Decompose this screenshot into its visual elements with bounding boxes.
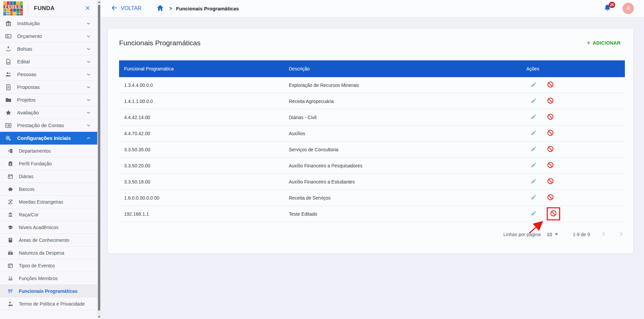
topbar: VOLTAR > Funcionais Programáticas 25 A	[101, 0, 644, 17]
back-button[interactable]: VOLTAR	[111, 4, 142, 13]
edit-button[interactable]	[530, 81, 537, 89]
sidebar-item-label: Funções Membros	[19, 276, 58, 281]
sidebar-item-label: Moedas Estrangeiras	[19, 199, 63, 205]
scrollbar-up-arrow[interactable]	[98, 1, 101, 3]
sidebar-item-moedas-estrangeiras[interactable]: Moedas Estrangeiras	[0, 196, 97, 208]
sidebar-item-label: Funcionais Programáticas	[19, 288, 77, 294]
bank-icon	[5, 20, 12, 27]
chevron-down-icon	[86, 21, 91, 26]
table-row: 1.4.1.1.00.0.0Receita Agropecuária	[119, 93, 625, 109]
sidebar-item-bancos[interactable]: Bancos	[0, 183, 97, 196]
edit-button[interactable]	[530, 113, 537, 121]
pencil-icon	[530, 145, 537, 154]
sidebar-item-orcamento[interactable]: Orçamento	[0, 30, 97, 43]
table-row: 4.4.42.14.00Diárias - Civil	[119, 109, 625, 125]
home-icon	[156, 4, 164, 13]
block-icon	[547, 81, 554, 89]
add-button-label: ADICIONAR	[593, 40, 621, 46]
edit-button[interactable]	[530, 161, 537, 170]
notifications-button[interactable]: 25	[603, 4, 612, 13]
edit-button[interactable]	[530, 177, 537, 186]
exchange-icon	[7, 199, 14, 205]
diversity-icon	[7, 212, 14, 218]
rows-per-page-label: Linhas por página	[503, 232, 541, 237]
main-area: VOLTAR > Funcionais Programáticas 25 A	[101, 0, 644, 319]
sidebar-item-edital[interactable]: Edital	[0, 55, 97, 68]
edit-button[interactable]	[530, 145, 537, 154]
cell-funcional-programatica: 3.3.50.20.00	[119, 163, 284, 168]
block-icon	[547, 161, 554, 170]
sidebar-item-niveis-academicos[interactable]: Níveis Acadêmicos	[0, 221, 97, 234]
sidebar-item-label: Projetos	[17, 97, 36, 103]
sidebar-item-funcionais-programaticas[interactable]: Funcionais Programáticas	[0, 285, 97, 298]
avatar[interactable]: A	[623, 3, 634, 14]
sidebar-item-pessoas[interactable]: Pessoas	[0, 68, 97, 81]
rows-per-page-select[interactable]: 10	[547, 232, 558, 237]
cell-acoes	[521, 145, 625, 154]
sidebar-item-avaliacao[interactable]: Avaliação	[0, 106, 97, 119]
previous-page-button[interactable]	[600, 230, 607, 238]
sidebar-item-label: Perfil Fundação	[19, 161, 52, 166]
sidebar-item-areas-de-conhecimento[interactable]: Áreas de Conhecimento	[0, 234, 97, 247]
block-icon	[547, 145, 554, 154]
block-button[interactable]	[547, 194, 554, 202]
block-icon	[547, 97, 554, 105]
notification-badge: 25	[609, 2, 615, 8]
sidebar-item-funcoes-membros[interactable]: Funções Membros	[0, 272, 97, 285]
table-header: Funcional Programática Descrição Ações	[119, 60, 625, 77]
sidebar-scrollbar[interactable]	[97, 0, 101, 319]
sidebar-item-label: Prestação de Contas	[17, 122, 64, 128]
calendar-icon	[7, 173, 14, 179]
edit-button[interactable]	[530, 210, 537, 218]
sidebar-item-propostas[interactable]: Propostas	[0, 81, 97, 94]
sidebar-item-instituicao[interactable]: Instituição	[0, 17, 97, 30]
sidebar-close-button[interactable]	[85, 5, 91, 12]
edit-button[interactable]	[530, 194, 537, 202]
block-button[interactable]	[547, 161, 554, 170]
sidebar-item-departamentos[interactable]: Departamentos	[0, 145, 97, 157]
block-button[interactable]	[547, 113, 554, 121]
scrollbar-down-arrow[interactable]	[98, 316, 101, 318]
edit-button[interactable]	[530, 129, 537, 138]
cell-acoes	[521, 194, 625, 202]
block-button[interactable]	[547, 145, 554, 154]
edit-button[interactable]	[530, 97, 537, 105]
scrollbar-thumb[interactable]	[98, 5, 100, 311]
cell-funcional-programatica: 1.4.1.1.00.0.0	[119, 99, 284, 104]
block-button[interactable]	[547, 97, 554, 105]
sidebar-item-prestacao-de-contas[interactable]: Prestação de Contas	[0, 119, 97, 132]
sidebar-item-perfil-fundacao[interactable]: Perfil Fundação	[0, 157, 97, 170]
add-button[interactable]: + ADICIONAR	[587, 40, 621, 46]
back-label: VOLTAR	[121, 5, 142, 11]
sidebar-item-termo-de-politica-e-privacidade[interactable]: Termo de Política e Privacidade	[0, 298, 97, 310]
cell-acoes	[521, 113, 625, 121]
edital-icon	[5, 58, 12, 65]
pencil-icon	[530, 177, 537, 186]
block-button-annotated[interactable]	[547, 207, 560, 220]
departments-icon	[7, 148, 14, 154]
sidebar-item-label: Tipos de Eventos	[19, 263, 55, 268]
sidebar-item-raca-cor[interactable]: Raça/Cor	[0, 208, 97, 221]
pencil-icon	[530, 113, 537, 121]
table: Funcional Programática Descrição Ações 1…	[119, 60, 625, 222]
sidebar-item-label: Propostas	[17, 84, 40, 90]
sidebar-item-projetos[interactable]: Projetos	[0, 94, 97, 106]
sidebar-item-bolsas[interactable]: Bolsas	[0, 43, 97, 55]
cell-descricao: Auxílio Financeiro a Pesquisadores	[284, 163, 521, 168]
block-button[interactable]	[547, 129, 554, 138]
sidebar-item-label: Pessoas	[17, 71, 37, 77]
next-page-button[interactable]	[618, 230, 625, 238]
block-button[interactable]	[547, 81, 554, 89]
block-button[interactable]	[547, 177, 554, 186]
sidebar-item-configuracoes-iniciais[interactable]: Configurações Iniciais	[0, 132, 97, 145]
sidebar-item-natureza-da-despesa[interactable]: Natureza da Despesa	[0, 247, 97, 259]
cell-acoes	[521, 81, 625, 89]
sidebar-item-tipos-de-eventos[interactable]: Tipos de Eventos	[0, 259, 97, 272]
home-button[interactable]	[156, 4, 164, 13]
sidebar-item-diarias[interactable]: Diárias	[0, 170, 97, 183]
logo-text: FEDES	[3, 4, 23, 9]
breadcrumb: Funcionais Programáticas	[176, 6, 239, 11]
cell-descricao: Serviços de Consultoria	[284, 147, 521, 152]
app-logo: FEDES Engenharia de Software	[3, 1, 23, 15]
folder-icon	[5, 97, 12, 103]
